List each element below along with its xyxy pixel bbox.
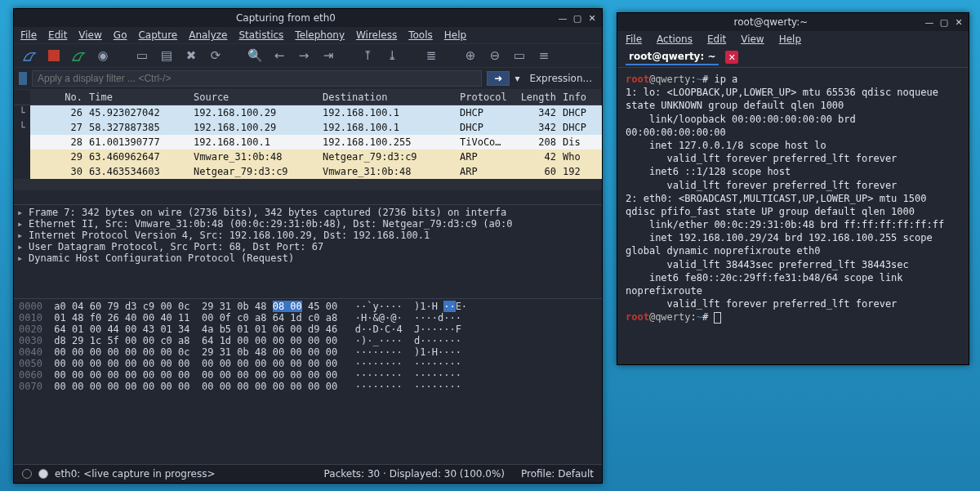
col-dst[interactable]: Destination [319,90,457,105]
minimize-icon[interactable]: — [558,13,568,23]
menu-capture[interactable]: Capture [138,29,177,41]
menu-file[interactable]: File [626,33,642,45]
prompt-user: root [626,311,649,323]
expression-button[interactable]: Expression... [524,73,597,84]
wireshark-window: Capturing from eth0 — ▢ ✕ File Edit View… [13,8,603,484]
menu-statistics[interactable]: Statistics [238,29,283,41]
zoom-fit-icon[interactable]: ▭ [510,47,528,65]
hex-row[interactable]: 0040 00 00 00 00 00 00 00 0c 29 31 0b 48… [19,346,597,358]
packet-row[interactable]: 3063.463534603Netgear_79:d3:c9Vmware_31:… [14,164,602,179]
expert-icon[interactable] [22,469,32,479]
packet-bytes[interactable]: 0000 a0 04 60 79 d3 c9 00 0c 29 31 0b 48… [14,299,602,464]
open-icon[interactable]: ▭ [133,47,151,65]
hex-row[interactable]: 0070 00 00 00 00 00 00 00 00 00 00 00 00… [19,381,597,392]
apply-filter-icon[interactable]: ➜ [487,71,510,86]
menu-edit[interactable]: Edit [707,33,726,45]
col-no[interactable]: No. [30,90,86,105]
maximize-icon[interactable]: ▢ [572,13,582,23]
close-icon[interactable]: ✕ [587,13,597,23]
expand-icon[interactable]: ▸ [17,230,25,241]
tab-close-icon[interactable]: ✕ [725,51,738,64]
filter-dropdown-icon[interactable]: ▾ [514,73,519,84]
window-title: root@qwerty:~ [622,16,920,28]
terminal-body[interactable]: root@qwerty:~# ip a 1: lo: <LOOPBACK,UP,… [617,68,969,364]
filter-input[interactable] [32,70,482,87]
autoscroll-icon[interactable]: ≣ [422,47,440,65]
stop-icon[interactable] [45,47,63,65]
menu-view[interactable]: View [78,29,101,41]
menu-help[interactable]: Help [779,33,801,45]
hex-row[interactable]: 0010 01 48 f0 26 40 00 40 11 00 0f c0 a8… [19,312,597,324]
menu-wireless[interactable]: Wireless [356,29,397,41]
zoom-in-icon[interactable]: ⊕ [461,47,479,65]
menu-telephony[interactable]: Telephony [295,29,345,41]
col-len[interactable]: Length [514,90,559,105]
cell-proto: ARP [457,150,514,164]
last-icon[interactable]: ⤓ [383,47,401,65]
first-icon[interactable]: ⤒ [359,47,376,65]
minimize-icon[interactable]: — [924,17,934,27]
reload-icon[interactable]: ⟳ [207,47,225,65]
packet-row[interactable]: └2645.923027042192.168.100.29192.168.100… [14,105,602,120]
save-icon[interactable]: ▤ [158,47,176,65]
cell-info: Dis [559,135,602,150]
detail-row[interactable]: ▸Internet Protocol Version 4, Src: 192.1… [17,230,599,241]
expand-icon[interactable]: ▸ [17,241,25,252]
resize-cols-icon[interactable]: ≡ [535,47,553,65]
detail-row[interactable]: ▸Ethernet II, Src: Vmware_31:0b:48 (00:0… [17,218,599,230]
titlebar[interactable]: root@qwerty:~ — ▢ ✕ [617,13,969,31]
maximize-icon[interactable]: ▢ [939,17,949,27]
packet-scrollbar[interactable] [14,179,602,190]
hex-row[interactable]: 0020 64 01 00 44 00 43 01 34 4a b5 01 01… [19,324,597,335]
bookmark-icon[interactable] [19,72,27,85]
zoom-out-icon[interactable]: ⊖ [486,47,504,65]
statusbar: eth0: <live capture in progress> Packets… [14,464,602,483]
restart-icon[interactable] [69,47,87,65]
col-proto[interactable]: Protocol [457,90,514,105]
expand-icon[interactable]: ▸ [17,252,25,264]
expand-icon[interactable]: ▸ [17,207,25,218]
menu-file[interactable]: File [20,29,37,41]
cell-len: 42 [514,150,559,164]
col-src[interactable]: Source [190,90,319,105]
row-marker [14,164,30,179]
packet-row[interactable]: └2758.327887385192.168.100.29192.168.100… [14,120,602,135]
find-icon[interactable]: 🔍 [246,47,264,65]
detail-row[interactable]: ▸Frame 7: 342 bytes on wire (2736 bits),… [17,207,599,218]
menu-tools[interactable]: Tools [408,29,433,41]
prev-icon[interactable]: ← [270,47,288,65]
detail-row[interactable]: ▸Dynamic Host Configuration Protocol (Re… [17,252,599,264]
menu-help[interactable]: Help [444,29,466,41]
hex-row[interactable]: 0000 a0 04 60 79 d3 c9 00 0c 29 31 0b 48… [19,301,597,312]
close-file-icon[interactable]: ✖ [182,47,200,65]
detail-row[interactable]: ▸User Datagram Protocol, Src Port: 68, D… [17,241,599,252]
packet-details[interactable]: ▸Frame 7: 342 bytes on wire (2736 bits),… [14,205,602,299]
prompt-user: root [626,74,649,85]
menu-actions[interactable]: Actions [657,33,693,45]
cell-len: 208 [514,135,559,150]
hex-row[interactable]: 0030 d8 29 1c 5f 00 00 c0 a8 64 1d 00 00… [19,335,597,346]
window-title: Capturing from eth0 [19,12,553,24]
status-profile[interactable]: Profile: Default [521,468,594,480]
menu-go[interactable]: Go [114,29,127,41]
jump-icon[interactable]: ⇥ [319,47,337,65]
tab-current[interactable]: root@qwerty: ~ [626,49,719,65]
cell-src: Netgear_79:d3:c9 [190,164,319,179]
col-time[interactable]: Time [86,90,190,105]
close-icon[interactable]: ✕ [954,17,964,27]
packet-row[interactable]: 2963.460962647Vmware_31:0b:48Netgear_79:… [14,150,602,164]
packet-list[interactable]: No. Time Source Destination Protocol Len… [14,90,602,205]
menu-edit[interactable]: Edit [48,29,67,41]
packet-row[interactable]: 2861.001390777192.168.100.1192.168.100.2… [14,135,602,150]
expand-icon[interactable]: ▸ [17,218,25,230]
col-info[interactable]: Info [559,90,602,105]
fin-icon[interactable] [20,47,38,65]
hex-row[interactable]: 0050 00 00 00 00 00 00 00 00 00 00 00 00… [19,358,597,369]
menu-analyze[interactable]: Analyze [189,29,227,41]
titlebar[interactable]: Capturing from eth0 — ▢ ✕ [14,9,602,27]
options-icon[interactable]: ◉ [94,47,112,65]
capture-icon[interactable] [38,469,48,479]
hex-row[interactable]: 0060 00 00 00 00 00 00 00 00 00 00 00 00… [19,369,597,381]
menu-view[interactable]: View [741,33,764,45]
next-icon[interactable]: → [295,47,313,65]
